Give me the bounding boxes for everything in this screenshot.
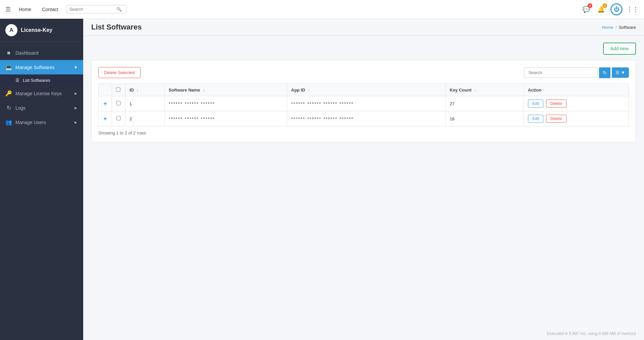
app-name: License-Key xyxy=(21,27,52,33)
checkbox-col-header xyxy=(112,84,125,96)
table-row: + 2 ****** ****** ****** ****** ****** *… xyxy=(99,111,629,126)
key-count-cell: 27 xyxy=(445,96,524,111)
table-actions-right: ↻ ☰ ▼ xyxy=(524,67,629,78)
select-all-checkbox[interactable] xyxy=(116,87,120,92)
messages-button[interactable]: 💬 3 xyxy=(581,4,592,15)
app-id-value: ****** ****** ****** ****** xyxy=(291,101,354,106)
chevron-right-icon: ► xyxy=(74,106,78,110)
notifications-badge: 2 xyxy=(602,3,607,8)
list-icon: ☰ xyxy=(15,78,19,83)
app-id-cell: ****** ****** ****** ****** xyxy=(287,96,446,111)
delete-button[interactable]: Delete xyxy=(546,115,567,123)
nav-home[interactable]: Home xyxy=(16,7,34,12)
logo-initial: A xyxy=(9,27,13,33)
topbar-right: 💬 3 🔔 2 ⏻ ⋮⋮ xyxy=(581,3,639,15)
expand-button[interactable]: + xyxy=(103,100,107,107)
topbar-left: ☰ Home Contact 🔍 xyxy=(5,5,581,13)
monitor-icon: 💻 xyxy=(5,64,12,70)
add-new-button[interactable]: Add new xyxy=(603,43,636,55)
topbar-search-container: 🔍 xyxy=(66,5,127,13)
software-name-cell: ****** ****** ****** xyxy=(164,96,287,111)
logo-circle: A xyxy=(5,24,17,36)
dashboard-icon: ■ xyxy=(5,50,12,56)
power-icon: ⏻ xyxy=(614,6,619,12)
page-title: List Softwares xyxy=(91,23,142,32)
power-button[interactable]: ⏻ xyxy=(610,3,623,15)
breadcrumb-home[interactable]: Home xyxy=(602,25,613,30)
checkbox-cell xyxy=(112,111,125,126)
grid-icon[interactable]: ⋮⋮ xyxy=(627,6,639,13)
sidebar-item-label: Dashboard xyxy=(15,50,39,56)
id-cell: 2 xyxy=(125,111,165,126)
software-name-col-header[interactable]: Software Name ↕ xyxy=(164,84,287,96)
sort-icon: ↕ xyxy=(308,88,310,93)
sidebar-item-label: Logs xyxy=(15,105,25,111)
sidebar-item-manage-users[interactable]: 👥 Manage Users ► xyxy=(0,115,83,129)
delete-button[interactable]: Delete xyxy=(546,100,567,108)
footer-text: Executed in 5.697 ms. using 0.696 MB of … xyxy=(547,331,636,336)
table-refresh-button[interactable]: ↻ xyxy=(599,67,610,78)
topbar-search-input[interactable] xyxy=(69,7,116,12)
sidebar-item-manage-license-keys[interactable]: 🔑 Manage License Keys ► xyxy=(0,86,83,101)
sidebar-subitem-label: List Softwares xyxy=(23,78,50,83)
refresh-icon: ↻ xyxy=(603,70,607,75)
software-name-value: ****** ****** ****** xyxy=(169,101,215,106)
nav-contact[interactable]: Contact xyxy=(39,7,61,12)
main-content: Add new Delete Selected ↻ ☰ ▼ xyxy=(83,36,644,327)
main-layout: A License-Key ■ Dashboard 💻 Manage Softw… xyxy=(0,19,644,340)
id-cell: 1 xyxy=(125,96,165,111)
delete-selected-button[interactable]: Delete Selected xyxy=(98,67,141,78)
table-toolbar: Delete Selected ↻ ☰ ▼ xyxy=(98,67,629,78)
checkbox-cell xyxy=(112,96,125,111)
app-id-value: ****** ****** ****** ****** xyxy=(291,116,354,121)
table-search-input[interactable] xyxy=(524,67,598,78)
breadcrumb: Home / Software xyxy=(602,25,636,30)
sort-icon: ↕ xyxy=(474,88,476,93)
users-icon: 👥 xyxy=(5,119,12,125)
sort-icon: ↕ xyxy=(137,88,139,93)
expand-cell: + xyxy=(99,111,112,126)
software-name-cell: ****** ****** ****** xyxy=(164,111,287,126)
hamburger-icon[interactable]: ☰ xyxy=(5,6,11,13)
row-checkbox[interactable] xyxy=(116,101,121,105)
sidebar-item-label: Manage Users xyxy=(15,120,46,125)
sidebar-item-list-softwares[interactable]: ☰ List Softwares xyxy=(0,74,83,86)
breadcrumb-bar: List Softwares Home / Software xyxy=(83,19,644,36)
chevron-down-icon: ▼ xyxy=(74,65,78,70)
columns-icon: ☰ xyxy=(615,70,620,75)
table-header-row: ID ↕ Software Name ↕ App ID ↕ Key Count … xyxy=(99,84,629,96)
toolbar-top: Add new xyxy=(91,43,636,55)
content-area: List Softwares Home / Software Add new D… xyxy=(83,19,644,340)
messages-badge: 3 xyxy=(588,3,592,8)
sidebar-item-manage-softwares[interactable]: 💻 Manage Softwares ▼ xyxy=(0,60,83,74)
edit-button[interactable]: Edit xyxy=(528,115,544,123)
data-table: ID ↕ Software Name ↕ App ID ↕ Key Count … xyxy=(98,83,629,126)
key-count-col-header[interactable]: Key Count ↕ xyxy=(445,84,524,96)
search-icon: 🔍 xyxy=(116,7,122,12)
key-count-cell: 16 xyxy=(445,111,524,126)
sidebar-logo: A License-Key xyxy=(0,19,83,42)
sidebar: A License-Key ■ Dashboard 💻 Manage Softw… xyxy=(0,19,83,340)
expand-button[interactable]: + xyxy=(103,115,107,122)
history-icon: ↻ xyxy=(5,105,12,111)
row-checkbox[interactable] xyxy=(116,116,121,120)
edit-button[interactable]: Edit xyxy=(528,100,544,108)
app-id-col-header[interactable]: App ID ↕ xyxy=(287,84,446,96)
sidebar-item-logs[interactable]: ↻ Logs ► xyxy=(0,101,83,115)
expand-cell: + xyxy=(99,96,112,111)
chevron-right-icon: ► xyxy=(74,120,78,125)
app-id-cell: ****** ****** ****** ****** xyxy=(287,111,446,126)
sidebar-item-dashboard[interactable]: ■ Dashboard xyxy=(0,46,83,60)
key-icon: 🔑 xyxy=(5,90,12,97)
table-columns-button[interactable]: ☰ ▼ xyxy=(612,67,629,78)
action-col-header: Action xyxy=(524,84,629,96)
id-col-header[interactable]: ID ↕ xyxy=(125,84,165,96)
notifications-button[interactable]: 🔔 2 xyxy=(596,4,606,15)
sort-icon: ↕ xyxy=(203,88,205,93)
sidebar-item-label: Manage Softwares xyxy=(15,65,55,70)
sidebar-item-label: Manage License Keys xyxy=(15,91,62,96)
chevron-right-icon: ► xyxy=(74,91,78,96)
breadcrumb-separator: / xyxy=(615,25,617,30)
table-card: Delete Selected ↻ ☰ ▼ xyxy=(91,60,636,143)
action-cell: Edit Delete xyxy=(524,96,629,111)
